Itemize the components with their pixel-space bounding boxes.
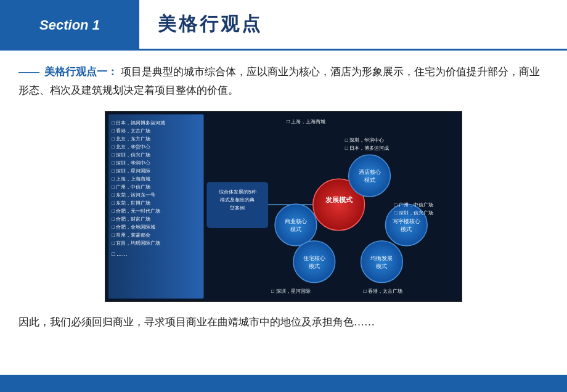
svg-text:模式及相应的典: 模式及相应的典 — [220, 197, 255, 203]
svg-text:□ 上海，上海商城: □ 上海，上海商城 — [112, 176, 150, 182]
svg-text:□ ……: □ …… — [112, 250, 128, 256]
svg-text:酒店核心: 酒店核心 — [359, 168, 381, 175]
section-badge: Section 1 — [0, 0, 139, 51]
page-container: Section 1 美格行观点 —— 美格行观点一： 项目是典型的城市综合体，应… — [0, 0, 567, 392]
svg-text:□ 常州，莱蒙都会: □ 常州，莱蒙都会 — [112, 231, 150, 237]
svg-text:□ 宜昌，均瑶国际广场: □ 宜昌，均瑶国际广场 — [112, 239, 160, 245]
svg-text:□ 广州，中信广场: □ 广州，中信广场 — [112, 184, 150, 190]
svg-text:均衡发展: 均衡发展 — [370, 254, 393, 261]
svg-text:型案例: 型案例 — [230, 204, 245, 210]
svg-text:□ 深圳，信兴广场: □ 深圳，信兴广场 — [112, 152, 150, 158]
svg-text:写字楼核心: 写字楼核心 — [393, 217, 420, 224]
svg-text:□ 东莞，运河东一号: □ 东莞，运河东一号 — [112, 192, 155, 198]
svg-text:发展模式: 发展模式 — [325, 196, 353, 203]
main-content: —— 美格行观点一： 项目是典型的城市综合体，应以商业为核心，酒店为形象展示，住… — [0, 51, 567, 375]
svg-text:□ 北京，华贸中心: □ 北京，华贸中心 — [112, 144, 150, 150]
intro-dash: —— — [18, 66, 39, 78]
footer-paragraph: 因此，我们必须回归商业，寻求项目商业在曲靖城市中的地位及承担角色…… — [18, 313, 549, 332]
svg-text:□ 香港，太古广场: □ 香港，太古广场 — [112, 128, 150, 134]
svg-text:□ 北京，东方广场: □ 北京，东方广场 — [112, 136, 150, 142]
footer-text: 因此，我们必须回归商业，寻求项目商业在曲靖城市中的地位及承担角色…… — [18, 316, 375, 328]
header: Section 1 美格行观点 — [0, 0, 567, 51]
svg-text:住宅核心: 住宅核心 — [303, 254, 325, 261]
svg-text:□ 合肥，元一时代广场: □ 合肥，元一时代广场 — [112, 207, 160, 213]
section-badge-text: Section 1 — [39, 17, 100, 33]
svg-text:□ 上海，上海商城: □ 上海，上海商城 — [287, 118, 325, 125]
svg-text:□ 合肥，金地国际城: □ 合肥，金地国际城 — [112, 223, 155, 229]
svg-text:□ 日本，福冈博多运河城: □ 日本，福冈博多运河城 — [112, 120, 165, 126]
svg-text:模式: 模式 — [401, 225, 412, 232]
svg-text:□ 东莞，世博广场: □ 东莞，世博广场 — [112, 200, 150, 206]
bottom-bar — [0, 375, 567, 392]
intro-paragraph: —— 美格行观点一： 项目是典型的城市综合体，应以商业为核心，酒店为形象展示，住… — [18, 63, 549, 100]
header-title-area: 美格行观点 — [139, 0, 567, 51]
intro-label: 美格行观点一： — [44, 66, 118, 78]
svg-text:模式: 模式 — [290, 225, 301, 232]
svg-text:□ 广州，中信广场: □ 广州，中信广场 — [394, 202, 433, 208]
svg-text:模式: 模式 — [309, 262, 320, 269]
svg-text:□ 深圳，信兴广场: □ 深圳，信兴广场 — [394, 209, 433, 215]
svg-text:□ 深圳，星河国际: □ 深圳，星河国际 — [271, 287, 310, 293]
svg-text:模式: 模式 — [376, 262, 387, 269]
page-title: 美格行观点 — [158, 12, 263, 37]
svg-text:□ 深圳，华润中心: □ 深圳，华润中心 — [112, 160, 150, 166]
svg-text:□ 合肥，财富广场: □ 合肥，财富广场 — [112, 215, 150, 221]
svg-text:□ 香港，太古广场: □ 香港，太古广场 — [364, 287, 402, 293]
diagram-svg: □ 日本，福冈博多运河城 □ 香港，太古广场 □ 北京，东方广场 □ 北京，华贸… — [105, 111, 462, 302]
svg-text:综合体发展的5种: 综合体发展的5种 — [219, 189, 256, 195]
svg-text:模式: 模式 — [364, 176, 375, 183]
diagram-image: □ 日本，福冈博多运河城 □ 香港，太古广场 □ 北京，东方广场 □ 北京，华贸… — [105, 111, 462, 302]
svg-text:□ 深圳，华润中心: □ 深圳，华润中心 — [345, 137, 384, 143]
diagram-container: □ 日本，福冈博多运河城 □ 香港，太古广场 □ 北京，东方广场 □ 北京，华贸… — [18, 111, 549, 302]
svg-text:□ 深圳，星河国际: □ 深圳，星河国际 — [112, 168, 150, 174]
svg-text:□ 日本，博多运河成: □ 日本，博多运河成 — [345, 145, 389, 151]
svg-text:商业核心: 商业核心 — [285, 217, 307, 224]
